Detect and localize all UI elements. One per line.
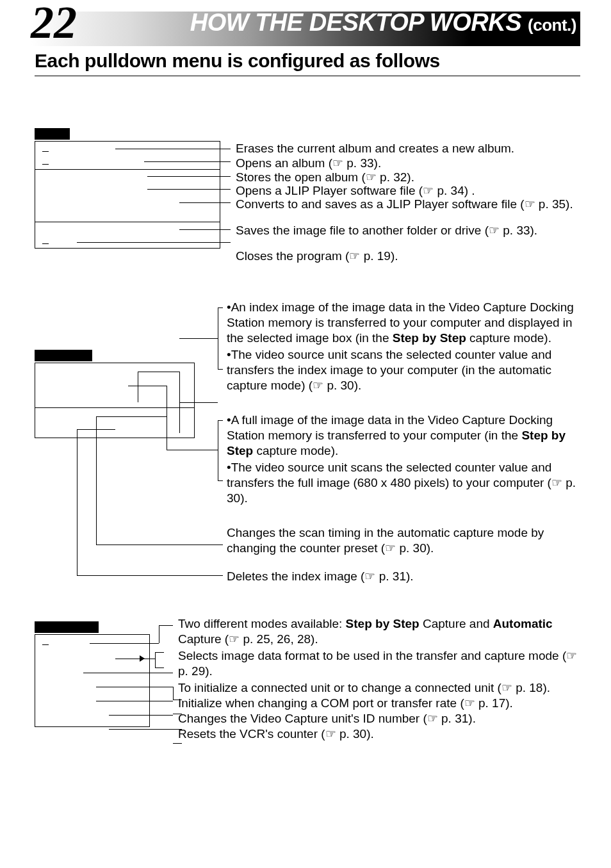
connector-line [147,176,231,177]
connector-line [96,416,97,545]
connector-line [179,402,218,403]
setup-menu-title-block [35,621,99,633]
connector-line [155,652,156,667]
file-menu-desc-open: Opens an album (☞ p. 33). [236,156,381,171]
page: 22 HOW THE DESKTOP WORKS (cont.) Each pu… [0,0,611,868]
text: •A full image of the image data in the V… [227,413,553,442]
text-bold: Step by Step [346,617,420,630]
connector-line [155,652,164,653]
text: Capture and [420,617,493,630]
connector-line [90,643,159,644]
setup-menu-box [35,634,150,727]
text-bold: Step by Step [393,331,466,345]
connector-line [115,149,231,149]
capture-desc-index-step: •An index image of the image data in the… [227,300,585,346]
text: capture mode). [253,444,338,457]
file-menu-divider [35,222,220,222]
setup-desc-id: Changes the Video Capture unit's ID numb… [178,711,588,726]
connector-line [77,429,77,575]
file-menu-desc-new: Erases the current album and creates a n… [236,141,514,156]
text-bold: Automatic [493,617,553,630]
setup-desc-mode: Two different modes available: Step by S… [178,616,588,647]
connector-line [155,667,164,668]
connector-line [128,386,167,386]
text: Two different modes available: [178,617,346,630]
connector-line [173,743,182,744]
connector-line [77,575,223,576]
bracket-line [213,338,218,339]
bracket-line [218,307,223,308]
connector-line [96,701,173,701]
connector-line [173,687,174,700]
file-menu-divider [35,169,220,170]
connector-line [138,372,138,402]
page-number: 22 [31,0,77,49]
connector-line [109,715,173,716]
connector-line [167,386,167,450]
bracket-line [218,420,218,480]
connector-line [96,416,167,417]
file-menu-desc-exit: Closes the program (☞ p. 19). [236,249,398,264]
connector-line [77,242,231,243]
bracket-line [213,450,218,450]
connector-line [115,659,155,659]
menu-accelerator-underscore [42,151,49,152]
capture-menu-box [35,363,195,438]
connector-line [96,687,173,687]
connector-line [179,202,231,203]
header-title-text: HOW THE DESKTOP WORKS [190,9,521,36]
text: capture mode). [466,331,551,345]
connector-line [147,189,231,190]
section-subhead: Each pulldown menu is configured as foll… [35,50,440,72]
text: Capture (☞ p. 25, 26, 28). [178,632,318,646]
connector-line [138,372,179,372]
bracket-line [218,369,223,370]
setup-desc-reset: Resets the VCR's counter (☞ p. 30). [178,726,588,742]
setup-desc-format: Selects image data format to be used in … [178,648,588,679]
bracket-line [218,307,218,369]
capture-menu-divider [35,407,195,408]
file-menu-desc-save-jlip: Converts to and saves as a JLIP Player s… [236,197,573,212]
capture-desc-index-auto: •The video source unit scans the selecte… [227,347,585,393]
setup-desc-initialize-com: Initialize when changing a COM port or t… [178,696,588,711]
file-menu-desc-saveas: Saves the image file to another folder o… [236,223,537,238]
bracket-line [218,420,223,421]
connector-line [159,625,159,643]
connector-line [77,429,115,430]
file-menu-title-block [35,128,70,140]
menu-accelerator-underscore [42,243,49,244]
connector-line [83,673,173,673]
connector-line [96,545,223,545]
connector-line [179,338,213,339]
menu-accelerator-underscore [42,164,49,165]
menu-accelerator-underscore [42,644,49,645]
connector-line [179,229,231,230]
capture-desc-full-step: •A full image of the image data in the V… [227,413,585,459]
capture-desc-timing: Changes the scan timing in the automatic… [227,525,585,556]
header-cont: (cont.) [528,15,576,35]
connector-line [144,161,231,162]
connector-line [159,625,173,626]
setup-desc-initialize-unit: To initialize a connected unit or to cha… [178,680,588,696]
capture-menu-title-block [35,350,92,361]
capture-desc-full-auto: •The video source unit scans the selecte… [227,460,585,506]
header-title: HOW THE DESKTOP WORKS (cont.) [190,9,576,37]
connector-line [167,450,213,450]
subhead-rule [35,76,580,76]
capture-desc-delete: Deletes the index image (☞ p. 31). [227,569,414,584]
connector-line [109,729,173,730]
file-menu-box [35,141,220,249]
bracket-line [218,480,223,481]
